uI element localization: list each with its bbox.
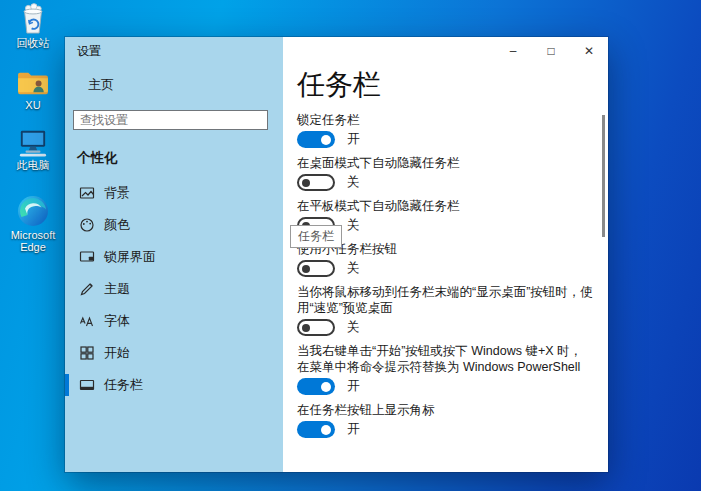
taskbar-settings-content: 任务栏 锁定任务栏开在桌面模式下自动隐藏任务栏关在平板模式下自动隐藏任务栏关使用… xyxy=(283,70,608,472)
search-input[interactable] xyxy=(74,113,245,127)
start-icon xyxy=(79,345,95,361)
toggle-switch[interactable] xyxy=(297,131,335,148)
sidebar-item-home[interactable]: 主页 xyxy=(65,71,283,99)
toggle-switch[interactable] xyxy=(297,260,335,277)
settings-rows: 锁定任务栏开在桌面模式下自动隐藏任务栏关在平板模式下自动隐藏任务栏关使用小任务栏… xyxy=(297,112,594,438)
desktop-icon-this-pc[interactable]: 此电脑 xyxy=(2,129,64,171)
colors-icon xyxy=(79,217,95,233)
toggle-knob xyxy=(302,265,310,273)
background-icon xyxy=(79,185,95,201)
scrollbar-thumb[interactable] xyxy=(602,115,605,237)
themes-icon xyxy=(79,281,95,297)
taskbar-icon xyxy=(79,377,95,393)
toggle-state-label: 开 xyxy=(347,378,360,395)
home-label: 主页 xyxy=(88,76,114,94)
toggle-knob xyxy=(321,382,331,392)
toggle-knob xyxy=(321,425,331,435)
sidebar-nav: 背景颜色锁屏界面主题字体开始任务栏 xyxy=(65,177,283,401)
sidebar-item-themes[interactable]: 主题 xyxy=(65,273,283,305)
setting-label: 在平板模式下自动隐藏任务栏 xyxy=(297,198,594,214)
sidebar-item-label: 主题 xyxy=(104,280,130,298)
sidebar-item-start[interactable]: 开始 xyxy=(65,337,283,369)
settings-main-panel: – □ ✕ 任务栏 锁定任务栏开在桌面模式下自动隐藏任务栏关在平板模式下自动隐藏… xyxy=(283,37,608,472)
toggle-state-label: 关 xyxy=(347,260,360,277)
page-title: 任务栏 xyxy=(297,70,594,100)
close-button[interactable]: ✕ xyxy=(570,37,608,65)
taskbar-tooltip: 任务栏 xyxy=(290,225,342,248)
setting-label: 当你将鼠标移动到任务栏末端的“显示桌面”按钮时，使用“速览”预览桌面 xyxy=(297,284,594,316)
toggle-line: 关 xyxy=(297,260,594,277)
toggle-knob xyxy=(302,324,310,332)
desktop-icon-label: 此电脑 xyxy=(17,159,50,171)
desktop-icon-edge[interactable]: Microsoft Edge xyxy=(2,195,64,253)
setting-label: 锁定任务栏 xyxy=(297,112,594,128)
setting-row: 锁定任务栏开 xyxy=(297,112,594,148)
desktop-icon-label: Microsoft Edge xyxy=(2,229,64,253)
toggle-switch[interactable] xyxy=(297,174,335,191)
sidebar-item-label: 锁屏界面 xyxy=(104,248,156,266)
setting-row: 当我右键单击“开始”按钮或按下 Windows 键+X 时，在菜单中将命令提示符… xyxy=(297,343,594,395)
toggle-line: 开 xyxy=(297,131,594,148)
minimize-button[interactable]: – xyxy=(494,37,532,65)
toggle-switch[interactable] xyxy=(297,421,335,438)
toggle-line: 开 xyxy=(297,378,594,395)
recycle-bin-icon xyxy=(18,3,48,35)
sidebar-item-label: 背景 xyxy=(104,184,130,202)
toggle-state-label: 关 xyxy=(347,217,360,234)
toggle-state-label: 开 xyxy=(347,131,360,148)
setting-label: 当我右键单击“开始”按钮或按下 Windows 键+X 时，在菜单中将命令提示符… xyxy=(297,343,594,375)
sidebar-item-lock-screen[interactable]: 锁屏界面 xyxy=(65,241,283,273)
this-pc-icon xyxy=(17,129,49,157)
toggle-switch[interactable] xyxy=(297,319,335,336)
setting-label: 在桌面模式下自动隐藏任务栏 xyxy=(297,155,594,171)
toggle-knob xyxy=(302,179,310,187)
sidebar-item-fonts[interactable]: 字体 xyxy=(65,305,283,337)
folder-icon xyxy=(16,69,50,97)
toggle-line: 关 xyxy=(297,174,594,191)
toggle-line: 开 xyxy=(297,421,594,438)
fonts-icon xyxy=(79,313,95,329)
sidebar-item-taskbar[interactable]: 任务栏 xyxy=(65,369,283,401)
sidebar-item-colors[interactable]: 颜色 xyxy=(65,209,283,241)
toggle-state-label: 开 xyxy=(347,421,360,438)
setting-row: 当你将鼠标移动到任务栏末端的“显示桌面”按钮时，使用“速览”预览桌面关 xyxy=(297,284,594,336)
sidebar-item-label: 字体 xyxy=(104,312,130,330)
toggle-knob xyxy=(321,135,331,145)
desktop-icon-label: XU xyxy=(25,99,40,111)
settings-window: 设置 主页 个性化 背景颜色锁屏界面主题字体开始任务栏 – □ ✕ 任务栏 锁定… xyxy=(65,37,608,472)
window-controls: – □ ✕ xyxy=(494,37,608,65)
window-title: 设置 xyxy=(65,37,283,65)
desktop-icon-recycle-bin[interactable]: 回收站 xyxy=(2,3,64,49)
desktop-icon-label: 回收站 xyxy=(17,37,50,49)
setting-row: 在任务栏按钮上显示角标开 xyxy=(297,402,594,438)
setting-row: 在桌面模式下自动隐藏任务栏关 xyxy=(297,155,594,191)
toggle-switch[interactable] xyxy=(297,378,335,395)
desktop-background: 回收站XU此电脑Microsoft Edge 设置 主页 个性化 背景颜色锁屏界… xyxy=(0,0,701,491)
setting-label: 在任务栏按钮上显示角标 xyxy=(297,402,594,418)
desktop-icon-xu-folder[interactable]: XU xyxy=(2,69,64,111)
sidebar-item-label: 任务栏 xyxy=(104,376,143,394)
lock-screen-icon xyxy=(79,249,95,265)
maximize-button[interactable]: □ xyxy=(532,37,570,65)
settings-sidebar: 设置 主页 个性化 背景颜色锁屏界面主题字体开始任务栏 xyxy=(65,37,283,472)
section-header-personalization: 个性化 xyxy=(77,148,283,168)
settings-search-box xyxy=(73,110,268,130)
toggle-state-label: 关 xyxy=(347,319,360,336)
toggle-state-label: 关 xyxy=(347,174,360,191)
sidebar-item-label: 颜色 xyxy=(104,216,130,234)
sidebar-item-background[interactable]: 背景 xyxy=(65,177,283,209)
toggle-line: 关 xyxy=(297,319,594,336)
sidebar-item-label: 开始 xyxy=(104,344,130,362)
edge-icon xyxy=(17,195,49,227)
